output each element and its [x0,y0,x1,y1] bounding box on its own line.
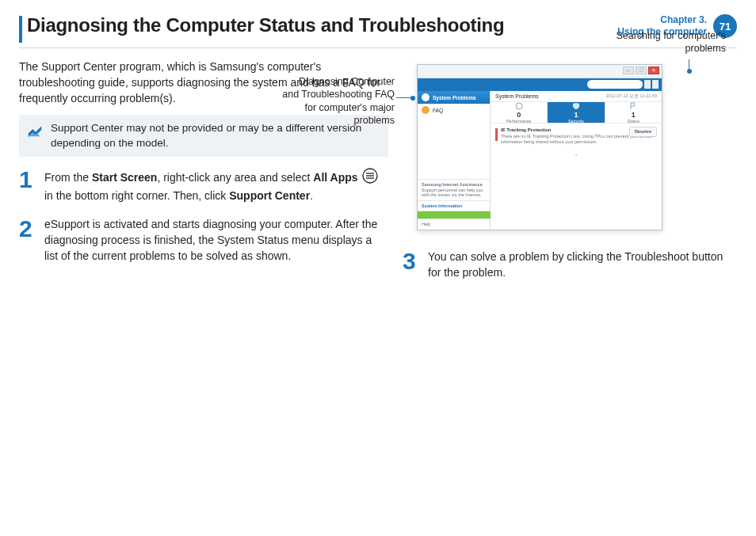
system-info-link[interactable]: System Information [418,200,491,211]
shield-icon [572,102,580,110]
title-accent-bar [19,16,22,43]
monitor-icon [422,93,430,101]
window-titlebar: – □ × [418,65,662,78]
app-window: – □ × [417,64,662,230]
expand-indicator[interactable]: ⌄ [491,149,662,159]
tile-performance[interactable]: 0 Performance [491,102,548,123]
toolbar-button[interactable] [652,80,659,89]
callout-search: Searching for computer's problems [615,29,726,55]
sidebar-item-system-problems[interactable]: System Problems [418,91,490,104]
callout-line [396,97,412,98]
step-1: 1 From the Start Screen, right-click any… [19,168,388,204]
callout-dot [687,69,692,74]
callout-sidebar: Diagnosing Computer and Troubleshooting … [280,75,395,127]
system-info-detail [418,211,491,219]
step-2-body: eSupport is activated and starts diagnos… [44,217,388,264]
step-1-body: From the Start Screen, right-click any a… [44,168,388,204]
content-title: System Problems [495,93,539,99]
step-number-3: 3 [403,249,420,281]
timestamp: 2012-07-12 오전 11:21:09 [605,93,657,99]
content-pane: System Problems 2012-07-12 오전 11:21:09 0… [491,91,662,230]
minimize-button[interactable]: – [623,67,634,74]
page-title: Diagnosing the Computer Status and Troub… [27,14,504,36]
step-2: 2 eSupport is activated and starts diagn… [19,217,388,264]
note-icon [26,121,44,139]
problem-item: IE Tracking Protection There are no IE T… [491,124,662,149]
callout-dot [410,96,415,101]
step-number-1: 1 [19,168,36,204]
toolbar-button[interactable] [644,80,651,89]
flag-icon [629,102,637,110]
window-toolbar [418,78,662,91]
gauge-icon [515,102,523,110]
search-input[interactable] [587,80,643,89]
severity-bar [495,128,498,141]
svg-point-4 [516,103,522,109]
step-3-body: You can solve a problem by clicking the … [428,249,737,281]
close-button[interactable]: × [648,67,659,74]
maximize-button[interactable]: □ [636,67,647,74]
faq-icon [422,106,430,114]
all-apps-icon [362,168,378,188]
resolve-button[interactable]: Resolve [629,127,657,137]
sidebar-item-faq[interactable]: FAQ [418,104,490,116]
sidebar: System Problems FAQ Samsung Internet Ass… [418,91,491,230]
tile-status[interactable]: 1 Status [605,102,662,123]
help-link[interactable]: Help [418,219,491,230]
chapter-number: Chapter 3. [617,14,707,26]
step-number-2: 2 [19,217,36,264]
assistance-box[interactable]: Samsung Internet Assistance Support pers… [418,179,491,200]
tile-security[interactable]: 1 Security [548,102,605,123]
step-3: 3 You can solve a problem by clicking th… [403,249,737,281]
